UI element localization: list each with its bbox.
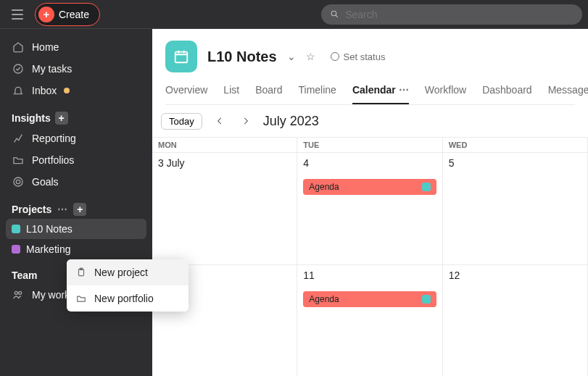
unread-dot-icon [64,88,70,93]
project-color-icon [422,183,431,191]
chevron-down-icon[interactable]: ⌄ [287,51,296,62]
tab-board[interactable]: Board [255,84,282,104]
svg-line-1 [336,16,338,18]
tab-label: Messages [548,84,588,96]
sidebar-inbox[interactable]: Inbox [6,80,146,101]
menu-item-label: New portfolio [94,293,154,304]
calendar-cell[interactable]: 3 July [152,153,297,264]
status-ring-icon [331,52,339,61]
day-number: 4 [303,157,436,169]
sidebar-home[interactable]: Home [6,36,146,58]
next-month-button[interactable] [237,112,254,130]
calendar-cell[interactable]: 5 [443,153,588,264]
home-icon [12,41,25,54]
today-button[interactable]: Today [161,113,202,130]
svg-rect-9 [175,52,188,63]
sidebar-goals[interactable]: Goals [6,171,146,193]
svg-point-5 [15,291,17,294]
dow-tue: TUE [297,138,442,152]
section-label: Team [12,270,38,281]
tab-overview[interactable]: Overview [165,84,207,104]
calendar-toolbar: Today July 2023 [152,105,588,137]
day-number: 11 [303,270,436,281]
svg-point-6 [19,291,22,294]
sidebar-project-marketing[interactable]: Marketing [6,239,146,259]
folder-icon [75,293,87,304]
sidebar-reporting[interactable]: Reporting [6,128,146,149]
section-label: Projects [12,204,51,215]
tab-label: Board [255,84,282,96]
calendar-event[interactable]: Agenda [303,291,436,307]
project-icon[interactable] [165,41,197,72]
tab-label: List [223,84,239,96]
day-number: 3 July [158,157,291,169]
sidebar-portfolios[interactable]: Portfolios [6,149,146,171]
svg-point-0 [331,12,336,17]
clipboard-icon [75,267,87,278]
event-title: Agenda [309,294,339,304]
prev-month-button[interactable] [211,112,228,130]
folder-icon [12,154,25,167]
project-color-icon [12,245,20,254]
tab-dashboard[interactable]: Dashboard [482,84,532,104]
project-tabs: Overview List Board Timeline Calendar⋯ W… [165,84,575,105]
dots-icon[interactable]: ⋯ [56,203,69,216]
main-content: L10 Notes ⌄ ☆ Set status Overview List B… [152,29,588,376]
new-project-menu-item[interactable]: New project [67,259,189,285]
sidebar-item-label: Home [32,41,59,53]
sidebar-insights-header[interactable]: Insights + [6,101,146,128]
add-project-button[interactable]: + [73,203,86,216]
sidebar: Home My tasks Inbox Insights + Reporting [0,29,152,376]
project-header: L10 Notes ⌄ ☆ Set status [165,41,575,72]
sidebar-item-label: Portfolios [32,154,74,166]
calendar-cell[interactable]: 4 Agenda [297,153,442,264]
tab-calendar[interactable]: Calendar⋯ [352,84,409,104]
tab-messages[interactable]: Messages [548,84,588,104]
sidebar-project-l10[interactable]: L10 Notes [6,219,146,239]
sidebar-mytasks[interactable]: My tasks [6,58,146,80]
star-icon[interactable]: ☆ [306,51,315,62]
status-label: Set status [344,51,386,62]
new-portfolio-menu-item[interactable]: New portfolio [67,285,189,312]
plus-icon[interactable]: + [55,112,68,125]
day-number: 12 [449,270,581,281]
set-status-button[interactable]: Set status [326,49,391,65]
check-circle-icon [12,62,25,75]
tab-timeline[interactable]: Timeline [299,84,336,104]
calendar-event[interactable]: Agenda [303,179,436,195]
sidebar-item-label: Inbox [32,85,57,96]
project-title[interactable]: L10 Notes [207,49,277,65]
projects-add-menu: New project New portfolio [67,259,189,312]
bell-icon [12,84,25,97]
tab-label: Calendar [352,84,396,96]
sidebar-item-label: Goals [32,176,59,188]
sidebar-item-label: My tasks [32,63,72,75]
search-input-wrap[interactable] [321,4,582,25]
sidebar-projects-header[interactable]: Projects ⋯ + [6,193,146,219]
topbar: + Create [0,0,588,29]
svg-point-2 [14,64,22,73]
calendar-cell[interactable]: 11 Agenda [297,265,442,377]
event-title: Agenda [309,182,339,192]
tab-label: Workflow [425,84,466,96]
tab-workflow[interactable]: Workflow [425,84,466,104]
search-input[interactable] [345,9,573,20]
tab-label: Overview [165,84,207,96]
section-label: Insights [12,112,51,124]
menu-icon[interactable] [6,3,29,26]
chart-icon [12,132,25,145]
create-button[interactable]: + Create [35,3,100,26]
day-number: 5 [449,157,581,169]
project-color-icon [12,225,20,233]
plus-icon: + [38,7,54,22]
target-icon [12,175,25,188]
svg-point-3 [14,177,22,186]
tab-label: Timeline [299,84,336,96]
dots-icon[interactable]: ⋯ [399,84,409,96]
calendar-cell[interactable]: 12 [443,265,588,377]
tab-list[interactable]: List [223,84,239,104]
people-icon [12,288,25,301]
month-label: July 2023 [263,114,319,129]
sidebar-item-label: Marketing [26,243,70,255]
project-color-icon [422,295,431,304]
